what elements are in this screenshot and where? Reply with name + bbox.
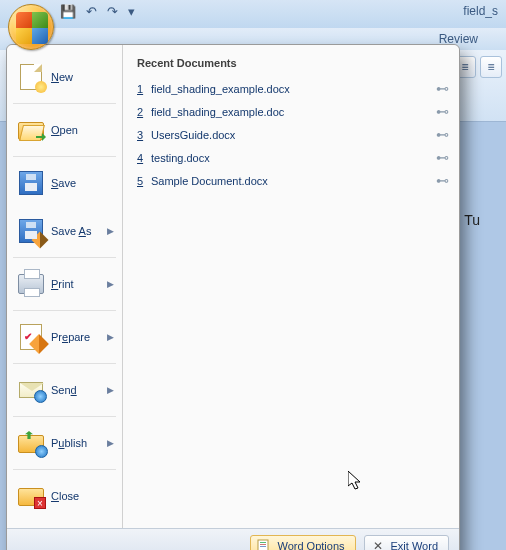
recent-doc-1[interactable]: 1 field_shading_example.docx ⊷ [137,77,449,100]
options-icon [257,539,271,550]
open-icon [17,116,45,144]
menu-send[interactable]: Send▶ [7,366,122,414]
menu-publish[interactable]: Publish▶ [7,419,122,467]
exit-word-button[interactable]: ✕ Exit Word [364,535,449,550]
recent-documents-header: Recent Documents [137,57,449,69]
menu-prepare[interactable]: ✔ Prepare▶ [7,313,122,361]
exit-icon: ✕ [371,539,385,550]
prepare-icon: ✔ [17,323,45,351]
recent-documents-panel: Recent Documents 1 field_shading_example… [123,45,459,528]
office-menu: New Open Save Save As▶ Print▶ [6,44,460,550]
svg-rect-3 [260,546,266,547]
send-icon [17,376,45,404]
recent-doc-4[interactable]: 4 testing.docx ⊷ [137,146,449,169]
print-icon [17,270,45,298]
qat-undo-icon[interactable]: ↶ [86,4,97,19]
qat-more-icon[interactable]: ▾ [128,4,135,19]
pin-icon[interactable]: ⊷ [436,150,449,165]
menu-save[interactable]: Save [7,159,122,207]
chevron-right-icon: ▶ [107,332,114,342]
chevron-right-icon: ▶ [107,279,114,289]
save-as-icon [17,217,45,245]
qat-redo-icon[interactable]: ↷ [107,4,118,19]
svg-rect-2 [260,544,266,545]
recent-doc-3[interactable]: 3 UsersGuide.docx ⊷ [137,123,449,146]
quick-access-toolbar: 💾 ↶ ↷ ▾ [60,4,135,19]
close-icon: × [17,482,45,510]
save-icon [17,169,45,197]
publish-icon [17,429,45,457]
title-bar: 💾 ↶ ↷ ▾ field_s [0,0,506,28]
exit-word-label: Exit Word [391,540,438,550]
chevron-right-icon: ▶ [107,385,114,395]
menu-save-as[interactable]: Save As▶ [7,207,122,255]
qat-save-icon[interactable]: 💾 [60,4,76,19]
new-icon [17,63,45,91]
office-logo-icon [16,12,48,44]
word-options-label: Word Options [277,540,344,550]
menu-open[interactable]: Open [7,106,122,154]
pin-icon[interactable]: ⊷ [436,104,449,119]
menu-close[interactable]: × Close [7,472,122,520]
recent-doc-2[interactable]: 2 field_shading_example.doc ⊷ [137,100,449,123]
window-title: field_s [463,4,498,18]
word-options-button[interactable]: Word Options [250,535,355,550]
recent-doc-5[interactable]: 5 Sample Document.docx ⊷ [137,169,449,192]
menu-print[interactable]: Print▶ [7,260,122,308]
pin-icon[interactable]: ⊷ [436,173,449,188]
chevron-right-icon: ▶ [107,438,114,448]
pin-icon[interactable]: ⊷ [436,81,449,96]
office-button[interactable] [8,4,54,50]
align-right-button[interactable]: ≡ [480,56,502,78]
menu-new[interactable]: New [7,53,122,101]
office-menu-commands: New Open Save Save As▶ Print▶ [7,45,123,528]
svg-rect-1 [260,542,266,543]
office-menu-footer: Word Options ✕ Exit Word [7,528,459,550]
pin-icon[interactable]: ⊷ [436,127,449,142]
chevron-right-icon: ▶ [107,226,114,236]
